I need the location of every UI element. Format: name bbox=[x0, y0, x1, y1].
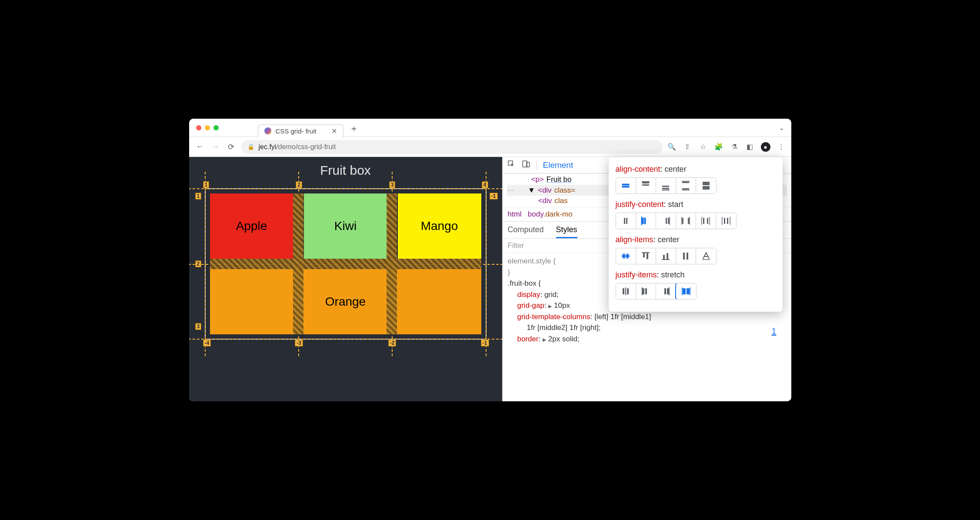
grid-line-label: 1 bbox=[203, 181, 210, 188]
svg-rect-24 bbox=[682, 218, 683, 224]
svg-rect-38 bbox=[622, 256, 630, 257]
justify-items-stretch[interactable] bbox=[676, 283, 696, 299]
justify-content-start[interactable] bbox=[636, 213, 656, 229]
svg-rect-50 bbox=[625, 287, 626, 295]
align-content-space-between[interactable] bbox=[676, 178, 696, 193]
svg-rect-60 bbox=[690, 287, 690, 295]
kebab-menu-icon[interactable]: ⋮ bbox=[777, 142, 786, 152]
maximize-window[interactable] bbox=[213, 125, 219, 130]
svg-rect-20 bbox=[641, 217, 642, 225]
svg-rect-22 bbox=[668, 218, 669, 224]
justify-content-space-between[interactable] bbox=[676, 213, 696, 229]
justify-items-center[interactable] bbox=[616, 283, 636, 299]
svg-rect-6 bbox=[642, 181, 650, 182]
grid-cell-kiwi: Kiwi bbox=[304, 193, 387, 259]
svg-rect-39 bbox=[643, 253, 645, 257]
svg-rect-46 bbox=[687, 253, 688, 260]
lock-icon: 🔒 bbox=[247, 143, 254, 150]
toolbar-right: 🔍 ⇧ ☆ 🧩 ⚗ ◧ ● ⋮ bbox=[667, 142, 786, 152]
svg-rect-52 bbox=[645, 288, 647, 294]
justify-content-space-evenly[interactable] bbox=[716, 213, 736, 229]
svg-rect-12 bbox=[682, 181, 690, 182]
svg-rect-9 bbox=[662, 190, 670, 190]
svg-rect-53 bbox=[642, 287, 643, 295]
minimize-window[interactable] bbox=[205, 125, 210, 130]
grid-line-label: -4 bbox=[203, 340, 211, 347]
close-window[interactable] bbox=[196, 125, 201, 130]
align-content-end[interactable] bbox=[656, 178, 676, 193]
panel-icon[interactable]: ◧ bbox=[745, 142, 755, 152]
url-path: /demo/css-grid-fruit bbox=[276, 143, 336, 150]
svg-rect-44 bbox=[662, 259, 670, 260]
rendered-page: Fruit box Apple bbox=[189, 157, 502, 401]
browser-tab[interactable]: CSS grid- fruit ✕ bbox=[258, 124, 343, 137]
browser-window: CSS grid- fruit ✕ ＋ ⌄ ← → ⟳ 🔒 jec.fyi/de… bbox=[189, 119, 791, 401]
align-content-start[interactable] bbox=[636, 178, 656, 193]
svg-rect-45 bbox=[683, 253, 685, 260]
grid-line-label: 1 bbox=[195, 193, 202, 200]
svg-rect-51 bbox=[643, 288, 644, 294]
svg-rect-25 bbox=[688, 218, 689, 224]
align-content-stretch[interactable] bbox=[696, 178, 716, 193]
device-icon[interactable] bbox=[522, 160, 530, 170]
ellipsis-icon[interactable]: ⋯ bbox=[507, 186, 515, 195]
inspect-icon[interactable] bbox=[507, 160, 516, 170]
omnibox[interactable]: 🔒 jec.fyi/demo/css-grid-fruit bbox=[241, 140, 663, 154]
tabs-dropdown-icon[interactable]: ⌄ bbox=[779, 124, 784, 131]
justify-content-buttons bbox=[616, 213, 737, 229]
svg-rect-31 bbox=[710, 217, 710, 225]
labs-icon[interactable]: ⚗ bbox=[730, 142, 739, 152]
reload-button[interactable]: ⟳ bbox=[226, 141, 237, 153]
profile-avatar[interactable]: ● bbox=[761, 142, 770, 152]
grid-line-label: 4 bbox=[482, 181, 488, 188]
svg-rect-30 bbox=[701, 217, 702, 225]
page-heading: Fruit box bbox=[189, 157, 502, 181]
svg-rect-49 bbox=[627, 288, 629, 294]
svg-rect-18 bbox=[642, 218, 643, 224]
zoom-icon[interactable]: 🔍 bbox=[667, 142, 677, 152]
bookmark-icon[interactable]: ☆ bbox=[698, 142, 708, 152]
back-button[interactable]: ← bbox=[194, 141, 206, 153]
tab-styles[interactable]: Styles bbox=[556, 225, 577, 238]
url-host: jec.fyi bbox=[259, 143, 277, 150]
align-items-end[interactable] bbox=[656, 248, 676, 264]
svg-rect-21 bbox=[666, 218, 667, 224]
align-content-buttons bbox=[616, 177, 717, 194]
align-items-center[interactable] bbox=[616, 248, 636, 264]
share-icon[interactable]: ⇧ bbox=[683, 142, 692, 152]
align-items-stretch[interactable] bbox=[676, 248, 696, 264]
align-content-center[interactable] bbox=[616, 178, 636, 193]
justify-content-center[interactable] bbox=[616, 213, 636, 229]
svg-rect-16 bbox=[624, 218, 625, 224]
source-link[interactable]: 1 bbox=[771, 327, 776, 337]
svg-rect-42 bbox=[663, 255, 665, 259]
svg-rect-2 bbox=[622, 184, 629, 185]
align-items-baseline[interactable] bbox=[696, 248, 716, 264]
svg-rect-28 bbox=[703, 218, 704, 224]
svg-rect-14 bbox=[703, 182, 710, 185]
extensions-icon[interactable]: 🧩 bbox=[714, 142, 723, 152]
svg-rect-19 bbox=[644, 218, 646, 224]
forward-button[interactable]: → bbox=[210, 141, 221, 153]
new-tab-button[interactable]: ＋ bbox=[350, 123, 358, 134]
svg-rect-29 bbox=[707, 218, 708, 224]
svg-rect-15 bbox=[703, 186, 710, 190]
svg-rect-7 bbox=[662, 186, 669, 187]
tab-computed[interactable]: Computed bbox=[508, 225, 544, 238]
justify-content-end[interactable] bbox=[656, 213, 676, 229]
svg-rect-3 bbox=[622, 186, 629, 187]
justify-content-space-around[interactable] bbox=[696, 213, 716, 229]
justify-items-end[interactable] bbox=[656, 283, 676, 299]
grid-line-label: -3 bbox=[295, 340, 303, 347]
justify-items-start[interactable] bbox=[636, 283, 656, 299]
traffic-lights bbox=[196, 125, 219, 130]
svg-rect-5 bbox=[642, 184, 649, 186]
grid-line-label: -1 bbox=[481, 340, 489, 347]
panel-tab-elements[interactable]: Element bbox=[543, 160, 573, 170]
address-bar: ← → ⟳ 🔒 jec.fyi/demo/css-grid-fruit 🔍 ⇧ … bbox=[189, 137, 791, 157]
align-items-start[interactable] bbox=[636, 248, 656, 264]
svg-rect-34 bbox=[722, 217, 723, 225]
grid-line-label: -2 bbox=[388, 340, 397, 347]
svg-rect-59 bbox=[682, 287, 683, 295]
close-tab-icon[interactable]: ✕ bbox=[331, 127, 337, 135]
